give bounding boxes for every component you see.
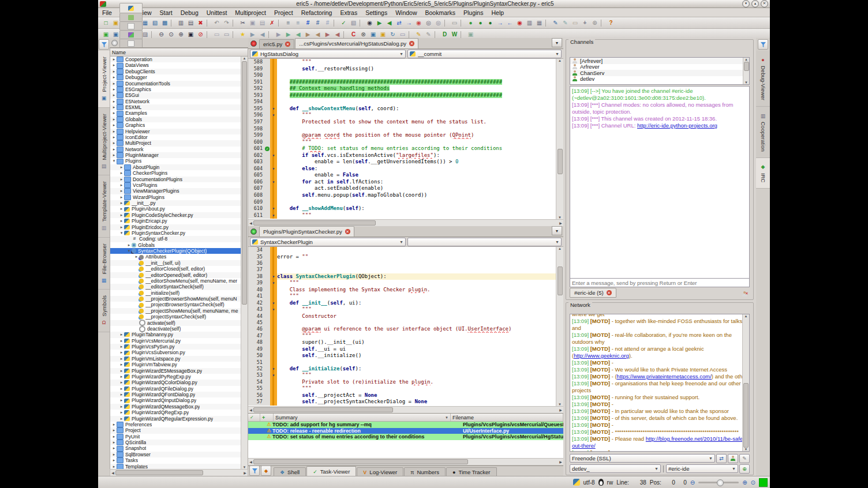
tab-log-viewer[interactable]: V Log-Viewer: [357, 467, 403, 476]
toolbar-separator[interactable]: [278, 20, 282, 27]
task-marker-icon[interactable]: [264, 59, 270, 66]
summary-column-header[interactable]: Summary▼: [274, 414, 451, 421]
code-line[interactable]: 596 """: [248, 112, 556, 119]
menu-item[interactable]: Multiproject: [231, 9, 270, 16]
fold-marker-icon[interactable]: [270, 260, 277, 266]
task-filter-icon[interactable]: ✓: [248, 414, 260, 421]
zoom-out-icon[interactable]: ⊖: [690, 479, 695, 486]
fold-marker-icon[interactable]: [270, 152, 277, 159]
menu-item[interactable]: Unittest: [203, 9, 231, 16]
uncomment-icon[interactable]: #: [313, 18, 323, 27]
expand-arrow-icon[interactable]: [119, 404, 124, 410]
tree-item[interactable]: Debugger: [110, 74, 241, 80]
task-marker-icon[interactable]: [264, 379, 270, 385]
task-marker-icon[interactable]: [264, 273, 270, 280]
tree-item[interactable]: Plugins: [110, 158, 241, 164]
tree-item[interactable]: Project: [110, 427, 241, 433]
tree-item[interactable]: PluginWizardQInputDialog.py: [110, 397, 241, 403]
network-scrollbar[interactable]: ▲ ▼: [742, 314, 749, 451]
fold-marker-icon[interactable]: [270, 126, 277, 133]
toolbar-separator[interactable]: [233, 31, 237, 38]
tree-item[interactable]: __editorSyntaxCheck(self): [110, 284, 241, 290]
expand-arrow-icon[interactable]: [111, 69, 117, 74]
code-line[interactable]: 44 Constructor: [248, 313, 556, 320]
edit-network-icon[interactable]: ✎: [739, 454, 750, 463]
expand-arrow-icon[interactable]: [111, 57, 117, 62]
line-number[interactable]: 607: [248, 185, 264, 192]
tree-item[interactable]: __init__(self, ui): [110, 260, 241, 266]
save-as-icon[interactable]: ▧: [150, 18, 160, 27]
gear-icon[interactable]: ⊛: [590, 18, 600, 27]
leave-channel-icon[interactable]: ✕: [740, 290, 750, 298]
code-line[interactable]: 42 def __init__(self, ui):: [248, 300, 556, 306]
tab-cooperation[interactable]: ▥ Cooperation: [756, 107, 770, 158]
expand-arrow-icon[interactable]: [119, 392, 124, 397]
search-icon[interactable]: ◉: [365, 18, 375, 27]
menu-item[interactable]: Window: [391, 9, 421, 16]
tree-item[interactable]: Preferences: [110, 422, 241, 427]
tree-item[interactable]: AboutPlugin: [110, 164, 241, 170]
fold-marker-icon[interactable]: [270, 352, 277, 359]
expand-arrow-icon[interactable]: [119, 344, 124, 350]
tab-hgstatusdialog-py[interactable]: ...csPlugins/vcsMercurial/HgStatusDialog…: [295, 38, 418, 48]
fold-marker-icon[interactable]: [270, 59, 277, 66]
debug-stop-icon[interactable]: ●: [485, 18, 495, 27]
code-line[interactable]: 48 super().__init__(ui): [248, 339, 556, 346]
warning-prev-icon[interactable]: ◀: [313, 30, 323, 39]
expand-arrow-icon[interactable]: [119, 182, 124, 188]
tree-item[interactable]: __editorOpened(self, editor): [110, 272, 241, 278]
line-number[interactable]: 599: [248, 132, 264, 139]
tree-item[interactable]: E5Network: [110, 99, 241, 104]
task-marker-icon[interactable]: [264, 260, 270, 266]
replace-icon[interactable]: ⇄: [394, 18, 404, 27]
menu-item[interactable]: Plugins: [459, 9, 487, 16]
expand-arrow-icon[interactable]: [111, 457, 117, 463]
toolbar-separator[interactable]: [461, 31, 465, 38]
task-marker-icon[interactable]: [264, 145, 270, 152]
network-combo[interactable]: Freenode (SSL) ▼: [570, 454, 715, 463]
tree-item[interactable]: E5Graphics: [110, 87, 241, 92]
line-number[interactable]: 43: [248, 306, 264, 313]
tree-item[interactable]: DataViews: [110, 62, 241, 68]
close-tab-icon[interactable]: ✕: [409, 41, 414, 46]
expand-arrow-icon[interactable]: [111, 62, 117, 68]
tree-item[interactable]: PluginWizardQRegExp.py: [110, 410, 241, 415]
toolbar-separator[interactable]: [343, 31, 347, 38]
pencil-light-icon[interactable]: ✎: [560, 18, 570, 27]
fold-marker-icon[interactable]: [270, 199, 277, 206]
task-marker-icon[interactable]: [264, 166, 270, 172]
undo-icon[interactable]: ↶: [212, 18, 222, 27]
expand-arrow-icon[interactable]: [119, 188, 124, 194]
window-list-icon[interactable]: ▼: [552, 226, 562, 235]
code-line[interactable]: 609: [248, 199, 556, 206]
tree-item[interactable]: QScintilla: [110, 440, 241, 445]
fold-marker-icon[interactable]: [270, 333, 277, 339]
tree-item[interactable]: PluginWizardQFontDialog.py: [110, 392, 241, 397]
method-combo[interactable]: __commit ▼: [407, 50, 562, 58]
tree-item[interactable]: PluginWizardQRegularExpression.py: [110, 416, 241, 422]
tree-item[interactable]: SyntaxCheckerPlugin(QObject): [110, 248, 241, 254]
fold-marker-icon[interactable]: [270, 379, 277, 385]
tab-time-tracker[interactable]: ● Time Tracker: [446, 467, 497, 476]
fold-marker-icon[interactable]: [270, 339, 277, 346]
code-line[interactable]: 49 self.__ui = ui: [248, 346, 556, 352]
tree-item[interactable]: Snapshot: [110, 445, 241, 451]
code-line[interactable]: 52 def __initialize(self):: [248, 366, 556, 372]
fold-marker-icon[interactable]: [270, 306, 277, 313]
fold-marker-icon[interactable]: [270, 145, 277, 152]
tree-item[interactable]: PluginVcsMercurial.py: [110, 338, 241, 344]
line-number[interactable]: 45: [248, 320, 264, 326]
expand-arrow-icon[interactable]: [119, 386, 124, 392]
task-marker-icon[interactable]: [264, 152, 270, 159]
channel-combo[interactable]: #eric-ide ▼: [666, 464, 738, 473]
fold-marker-icon[interactable]: [270, 192, 277, 199]
code-line[interactable]: 46 @param ui reference to the user inter…: [248, 326, 556, 332]
tree-item[interactable]: SqlBrowser: [110, 452, 241, 457]
save-all-icon[interactable]: ▩: [160, 18, 170, 27]
fold-marker-icon[interactable]: [270, 293, 277, 299]
code-line[interactable]: 57 self.__projectSyntaxCheckerDialog = N…: [248, 399, 556, 405]
fold-marker-icon[interactable]: [270, 273, 277, 280]
code-line[interactable]: 56 self.__projectAct = None: [248, 392, 556, 399]
code-line[interactable]: 592 ## Context menu handling methods: [248, 85, 556, 92]
line-number[interactable]: 596: [248, 112, 264, 119]
